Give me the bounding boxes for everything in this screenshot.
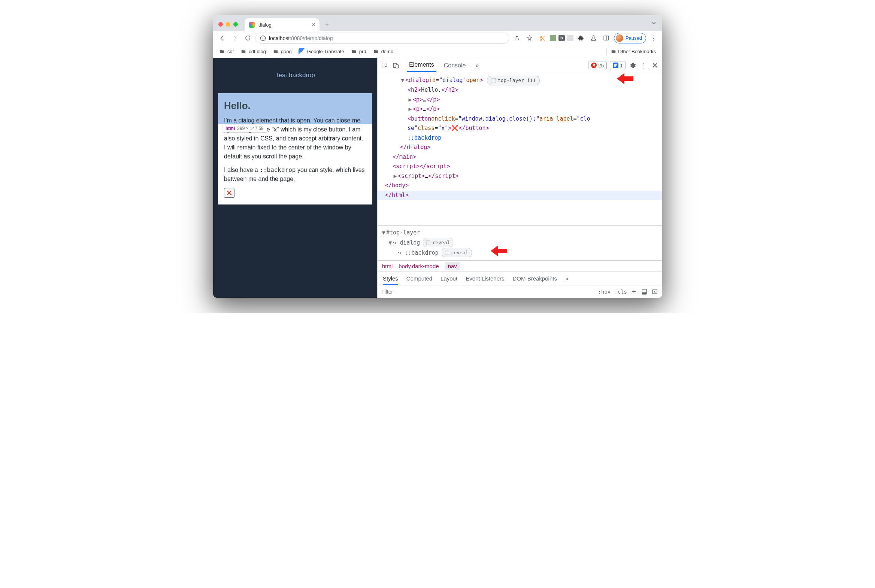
extension-flask-icon[interactable]: [588, 33, 599, 44]
x-icon: [226, 190, 232, 196]
bookmark-star-button[interactable]: [524, 33, 535, 44]
forward-button[interactable]: [230, 33, 240, 44]
device-frame-button[interactable]: [641, 288, 648, 295]
dialog-paragraph-2: I also have a ::backdrop you can style, …: [224, 165, 366, 183]
subtab-computed[interactable]: Computed: [407, 275, 432, 282]
styles-filter-bar: :hov .cls: [378, 285, 662, 298]
svg-rect-5: [604, 36, 609, 40]
reload-button[interactable]: [242, 33, 253, 44]
svg-rect-9: [396, 64, 399, 68]
tab-close-button[interactable]: ✕: [311, 21, 316, 28]
tab-elements[interactable]: Elements: [407, 58, 437, 72]
svg-rect-12: [445, 250, 449, 255]
devtools-tabs: Elements Console »: [407, 58, 481, 72]
page-viewport: Test backdrop Hello. html 399 × 147.59 I…: [213, 58, 377, 298]
bookmark-cdt[interactable]: cdt: [217, 47, 236, 57]
svg-rect-15: [653, 290, 657, 294]
subtab-more[interactable]: »: [565, 275, 568, 282]
extension-n-icon[interactable]: n: [558, 35, 565, 41]
devtools-toolbar: Elements Console » ✕25 1 ⋮: [378, 58, 662, 73]
dialog-close-button[interactable]: [224, 188, 234, 198]
extensions-puzzle-button[interactable]: [576, 33, 586, 44]
tab-console[interactable]: Console: [441, 59, 468, 72]
info-count-badge[interactable]: 1: [610, 61, 626, 70]
devtools-close-button[interactable]: [652, 62, 658, 69]
inspect-element-button[interactable]: [381, 62, 388, 69]
devtools-panel: Elements Console » ✕25 1 ⋮ ▼<dialog id="…: [377, 58, 662, 298]
bookmark-cdt-blog[interactable]: cdt blog: [238, 47, 268, 57]
new-tab-button[interactable]: +: [322, 19, 332, 30]
avatar-icon: [616, 34, 623, 42]
subtab-styles[interactable]: Styles: [383, 272, 398, 285]
window-controls: [218, 22, 238, 27]
bookmark-demo[interactable]: demo: [371, 47, 396, 57]
extension-green-icon[interactable]: [550, 35, 556, 41]
styles-subtabs: Styles Computed Layout Event Listeners D…: [378, 272, 662, 285]
devtools-more-button[interactable]: ⋮: [639, 62, 649, 70]
translate-icon: [299, 48, 305, 55]
crumb-nav[interactable]: nav: [445, 262, 460, 270]
svg-rect-14: [642, 292, 647, 294]
bookmark-prd[interactable]: prd: [349, 47, 369, 57]
subtab-layout[interactable]: Layout: [440, 275, 457, 282]
browser-tab[interactable]: dialog ✕: [245, 18, 320, 31]
paused-label: Paused: [626, 35, 642, 41]
crumb-html[interactable]: html: [382, 263, 393, 269]
error-count-badge[interactable]: ✕25: [588, 61, 607, 70]
address-bar[interactable]: localhost:8080/demo/dialog: [255, 33, 509, 44]
bookmarks-bar: cdt cdt blog goog Google Translate prd d…: [213, 45, 662, 58]
tab-title: dialog: [258, 22, 272, 28]
annotation-arrow-2: [491, 244, 507, 257]
new-style-rule-button[interactable]: [631, 288, 637, 295]
selected-html-close[interactable]: </html>: [378, 190, 662, 200]
device-toggle-button[interactable]: [393, 62, 399, 69]
top-layer-section[interactable]: ▼#top-layer ▼↪ dialogreveal ↪ ::backdrop…: [378, 225, 662, 260]
window-minimize-button[interactable]: [226, 22, 230, 27]
dialog-paragraph-1: I'm a dialog element that is open. You c…: [224, 116, 366, 161]
browser-toolbar: localhost:8080/demo/dialog n Paused ⋮: [213, 31, 662, 45]
inspect-tooltip: html 399 × 147.59: [222, 125, 267, 132]
browser-window: dialog ✕ + localhost:8080/demo/dialog n …: [213, 15, 662, 298]
tooltip-tag: html: [225, 126, 235, 131]
bookmarks-divider: [606, 48, 607, 56]
top-layer-chip[interactable]: top-layer (1): [487, 76, 540, 86]
bookmark-goog[interactable]: goog: [270, 47, 294, 57]
back-button[interactable]: [217, 33, 227, 44]
url-text: localhost:8080/demo/dialog: [269, 35, 333, 41]
reveal-chip-backdrop[interactable]: reveal: [441, 248, 472, 257]
profile-paused-chip[interactable]: Paused: [614, 33, 646, 44]
svg-rect-10: [491, 78, 495, 83]
content-split: Test backdrop Hello. html 399 × 147.59 I…: [213, 58, 662, 298]
site-info-icon[interactable]: [260, 35, 266, 41]
toggle-sidebar-button[interactable]: [651, 288, 658, 295]
tooltip-dims: 399 × 147.59: [237, 126, 263, 131]
window-close-button[interactable]: [218, 22, 223, 27]
favicon-icon: [249, 22, 255, 28]
tab-strip: dialog ✕ +: [213, 15, 662, 31]
extension-grey-icon[interactable]: [567, 35, 573, 41]
window-zoom-button[interactable]: [233, 22, 238, 27]
subtab-dom[interactable]: DOM Breakpoints: [513, 275, 557, 282]
extension-scissors-icon[interactable]: [537, 33, 548, 44]
devtools-settings-button[interactable]: [629, 62, 636, 69]
annotation-arrow-1: [617, 73, 633, 85]
dialog-heading: Hello.: [224, 100, 366, 112]
svg-rect-11: [426, 240, 431, 244]
elements-breadcrumb[interactable]: html body.dark-mode nav: [378, 260, 662, 272]
tab-more[interactable]: »: [473, 59, 481, 72]
tab-list-button[interactable]: [651, 20, 657, 26]
cls-toggle[interactable]: .cls: [614, 289, 627, 295]
hov-toggle[interactable]: :hov: [598, 289, 611, 295]
other-bookmarks[interactable]: Other Bookmarks: [602, 47, 658, 57]
styles-filter-input[interactable]: [381, 289, 594, 295]
reveal-chip-dialog[interactable]: reveal: [423, 238, 453, 247]
dialog-element: Hello. html 399 × 147.59 I'm a dialog el…: [218, 94, 372, 204]
share-button[interactable]: [512, 33, 522, 44]
test-backdrop-button[interactable]: Test backdrop: [275, 72, 315, 79]
subtab-listeners[interactable]: Event Listeners: [465, 275, 504, 282]
side-panel-button[interactable]: [601, 33, 612, 44]
elements-tree[interactable]: ▼<dialog id="dialog" open> top-layer (1)…: [378, 73, 662, 225]
bookmark-google-translate[interactable]: Google Translate: [296, 47, 347, 57]
crumb-body[interactable]: body.dark-mode: [399, 263, 438, 269]
browser-menu-button[interactable]: ⋮: [648, 34, 658, 42]
